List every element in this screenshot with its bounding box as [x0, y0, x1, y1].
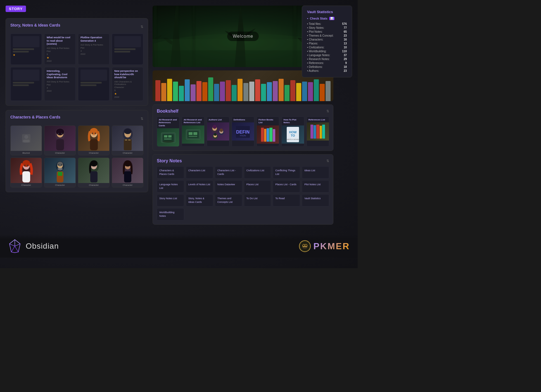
- pkmer-text: PKMER: [313, 241, 350, 251]
- svg-point-7: [58, 133, 59, 134]
- svg-rect-68: [193, 132, 197, 135]
- note-card[interactable]: [78, 67, 110, 101]
- check-stats-label[interactable]: Check Stats: [310, 17, 328, 20]
- stat-row-plot: • Plot Notes: 65: [307, 30, 347, 33]
- note-item-conflicting[interactable]: Conflicting Things List: [273, 166, 300, 179]
- note-item-themes[interactable]: Themes and Concepts List: [215, 194, 242, 206]
- svg-text:DEFIN: DEFIN: [236, 130, 250, 134]
- note-item-chars-places-cards[interactable]: Characters & Places Cards: [157, 166, 184, 179]
- stat-row-authors: • Authors: 23: [307, 69, 347, 72]
- svg-text:TO: TO: [291, 134, 295, 137]
- shelf-card-howto[interactable]: How-To Plot Notes HOW TO WRITE A NOVEL: [281, 117, 304, 147]
- shelf-card-image: HOW TO WRITE A NOVEL: [282, 125, 304, 144]
- note-card[interactable]: [10, 67, 42, 101]
- shelf-card-research-list[interactable]: All Research and References List: [182, 117, 204, 147]
- svg-point-47: [126, 165, 127, 166]
- sort-icon[interactable]: ⇅: [141, 25, 143, 29]
- svg-point-8: [61, 133, 62, 134]
- stat-row-language: • Language Notes: 37: [307, 54, 347, 57]
- note-item-story-ideas-cards[interactable]: Story, Notes & Ideas Cards: [186, 194, 213, 206]
- note-item-vault-stats[interactable]: Vault Statistics: [302, 194, 329, 206]
- note-item-notes-dataview[interactable]: Notes Dataview: [215, 180, 242, 193]
- svg-text:HOW: HOW: [289, 130, 297, 134]
- left-panel: STORY Story, Notes & Ideas Cards ⇅: [6, 6, 148, 225]
- note-item-levels[interactable]: Levels of Notes List: [186, 180, 213, 193]
- shelf-card-authors[interactable]: Authors List: [207, 117, 229, 147]
- svg-point-107: [303, 244, 305, 246]
- char-card[interactable]: Character: [44, 125, 76, 155]
- svg-point-48: [129, 165, 130, 166]
- bottom-bar: Obsidian PKMER: [0, 235, 358, 258]
- char-label: Character: [78, 151, 109, 155]
- svg-point-42: [95, 165, 96, 166]
- note-item-civs-list[interactable]: Civilizations List: [244, 166, 271, 179]
- story-cards-section: Story, Notes & Ideas Cards ⇅ ★: [6, 18, 148, 106]
- char-card[interactable]: Character: [78, 125, 110, 155]
- sort-icon-3[interactable]: ⇅: [326, 109, 329, 113]
- shelf-card-title: How-To Plot Notes: [282, 117, 304, 125]
- vault-stats-title: Vault Statistics: [307, 10, 347, 14]
- note-card[interactable]: Plotline Operation Generation 4 410 Stor…: [78, 34, 110, 65]
- char-card[interactable]: Character: [78, 158, 110, 187]
- story-cards-title: Story, Notes & Ideas Cards: [10, 23, 60, 27]
- shelf-card-fiction[interactable]: Fiction Books List: [257, 117, 279, 147]
- note-item-language-notes[interactable]: Language Notes List: [157, 180, 184, 193]
- story-badge: STORY: [6, 6, 26, 12]
- obsidian-text: Obsidian: [26, 242, 59, 251]
- svg-rect-95: [322, 125, 325, 139]
- sort-icon-4[interactable]: ⇅: [326, 159, 329, 163]
- note-item-plot-notes[interactable]: Plot Notes List: [302, 180, 329, 193]
- obsidian-logo: Obsidian: [8, 239, 59, 253]
- shelf-card-definitions[interactable]: Definitions DEFIN ITION: [232, 117, 254, 147]
- notes-grid: Characters & Places Cards Characters Lis…: [157, 166, 329, 220]
- svg-rect-69: [189, 136, 197, 137]
- svg-point-39: [90, 160, 98, 167]
- shelf-card-research-cards[interactable]: All Research and References Cards: [157, 117, 179, 147]
- svg-rect-40: [90, 171, 98, 182]
- bookshelf-cards: All Research and References Cards: [157, 117, 329, 147]
- char-card[interactable]: Character: [44, 158, 76, 187]
- char-card[interactable]: Character: [112, 158, 143, 187]
- pkmer-logo: PKMER: [299, 240, 350, 252]
- shelf-card-references[interactable]: References List: [307, 117, 329, 147]
- note-item-todo[interactable]: To Do List: [244, 194, 271, 206]
- svg-point-13: [92, 133, 93, 134]
- note-card[interactable]: [112, 34, 143, 65]
- char-card[interactable]: Character: [10, 158, 42, 187]
- note-item-toread[interactable]: To Read: [273, 194, 300, 206]
- svg-point-35: [58, 164, 59, 165]
- svg-point-75: [220, 129, 223, 132]
- note-card[interactable]: Interesting, Captivating, Cool Ideas Bra…: [44, 67, 76, 101]
- note-card[interactable]: New perspective on how Kalehncrôh should…: [112, 67, 143, 101]
- note-item-chars-list[interactable]: Characters List: [186, 166, 213, 179]
- char-card[interactable]: Blurred: [10, 125, 42, 155]
- char-label: Character: [11, 183, 42, 187]
- shelf-card-title: All Research and References Cards: [157, 117, 179, 128]
- char-label: Character: [44, 183, 75, 187]
- note-item-worldbuilding[interactable]: Worldbuilding Notes: [157, 208, 184, 220]
- note-item-chars-list-cards[interactable]: Characters List - Cards: [215, 166, 242, 179]
- stat-row-story: • Story Notes: 77: [307, 26, 347, 29]
- shelf-card-image: [307, 122, 329, 141]
- sort-icon-2[interactable]: ⇅: [141, 117, 143, 121]
- char-label: Blurred: [11, 151, 42, 155]
- svg-point-78: [214, 133, 217, 136]
- bookshelf-title: Bookshelf: [157, 109, 178, 114]
- note-item-places-list[interactable]: Places List: [244, 180, 271, 193]
- svg-rect-19: [125, 140, 127, 140]
- stat-row-total: • Total files: 576: [307, 22, 347, 25]
- char-card[interactable]: Character: [112, 125, 143, 155]
- shelf-card-title: Definitions: [232, 117, 254, 122]
- svg-rect-84: [267, 128, 269, 142]
- svg-rect-92: [314, 125, 316, 139]
- svg-point-11: [90, 128, 98, 135]
- svg-rect-93: [316, 125, 319, 139]
- note-card[interactable]: What would be cool to read about (scenes…: [44, 34, 76, 65]
- note-card[interactable]: ★: [10, 34, 42, 65]
- note-item-places-cards[interactable]: Places List - Cards: [273, 180, 300, 193]
- svg-text:ITION: ITION: [240, 134, 246, 137]
- svg-rect-18: [124, 139, 132, 150]
- note-item-story-notes-list[interactable]: Story Notes List: [157, 194, 184, 206]
- svg-rect-94: [320, 126, 322, 139]
- note-item-ideas-list[interactable]: Ideas List: [302, 166, 329, 179]
